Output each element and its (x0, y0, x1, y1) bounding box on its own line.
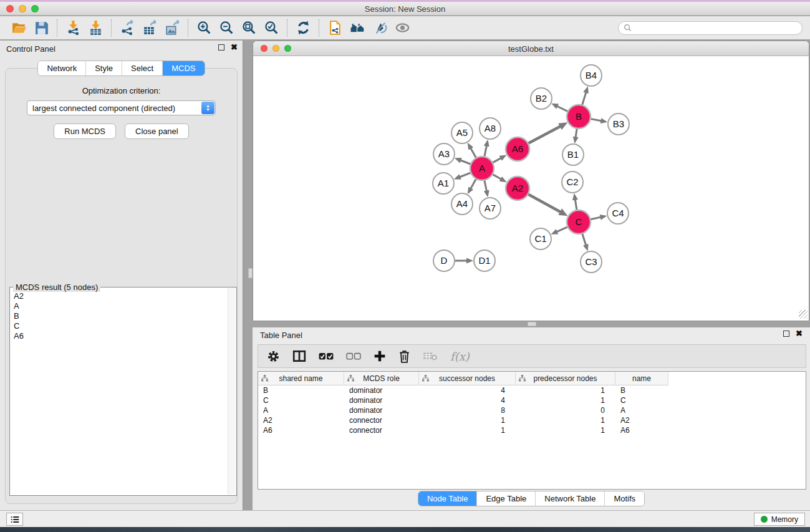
column-header-mcds-role[interactable]: MCDS role (344, 372, 419, 385)
unchecked-checkboxes-icon[interactable] (346, 352, 361, 360)
graph-node-A1[interactable]: A1 (433, 173, 454, 194)
zoom-fit-icon[interactable] (238, 19, 260, 37)
graph-node-C3[interactable]: C3 (581, 251, 602, 273)
graph-node-A4[interactable]: A4 (451, 193, 473, 215)
graph-node-B4[interactable]: B4 (581, 65, 602, 86)
graph-node-A6[interactable]: A6 (506, 137, 529, 161)
table-cell[interactable]: A6 (615, 425, 668, 435)
run-mcds-button[interactable]: Run MCDS (54, 123, 116, 139)
tab-select[interactable]: Select (122, 61, 162, 75)
close-table-panel-icon[interactable]: ✖ (796, 331, 803, 337)
table-cell[interactable]: B (615, 385, 668, 395)
memory-button[interactable]: Memory (754, 513, 805, 526)
table-cell[interactable]: A6 (258, 425, 344, 435)
table-cell[interactable]: connector (344, 425, 419, 435)
table-cell[interactable]: A (615, 405, 668, 415)
tab-network[interactable]: Network (38, 61, 85, 75)
graph-node-A7[interactable]: A7 (480, 198, 501, 219)
graph-node-D[interactable]: D (433, 250, 455, 271)
graph-node-C[interactable]: C (567, 210, 591, 234)
save-session-icon[interactable] (30, 19, 52, 37)
graph-node-B2[interactable]: B2 (531, 88, 552, 109)
export-image-icon[interactable] (161, 19, 183, 37)
table-cell[interactable]: C (615, 395, 668, 405)
network-canvas[interactable]: B4B2BB3A8A5A6B1A3AC2A1A2A4A7C4CC1DD1C3 (253, 56, 809, 320)
graph-node-B3[interactable]: B3 (608, 114, 629, 135)
tab-mcds[interactable]: MCDS (162, 61, 204, 75)
close-panel-button[interactable]: Close panel (125, 123, 189, 139)
import-network-icon[interactable] (62, 19, 84, 37)
table-cell[interactable]: 0 (516, 405, 615, 415)
apply-layout-icon[interactable] (292, 19, 314, 37)
table-row[interactable]: A2connector11A2 (258, 415, 806, 425)
tab-network-table[interactable]: Network Table (535, 491, 604, 506)
graph-node-A2[interactable]: A2 (506, 177, 529, 200)
graph-node-A3[interactable]: A3 (433, 143, 455, 165)
graph-node-B1[interactable]: B1 (562, 144, 584, 165)
search-input[interactable] (635, 24, 797, 32)
add-column-icon[interactable] (374, 350, 386, 362)
tab-motifs[interactable]: Motifs (604, 491, 644, 506)
column-header-shared-name[interactable]: shared name (258, 372, 344, 385)
mcds-result-list[interactable]: A2ABCA6 (10, 290, 227, 494)
table-cell[interactable]: connector (344, 415, 419, 425)
tab-style[interactable]: Style (85, 61, 122, 75)
column-header-predecessor-nodes[interactable]: predecessor nodes (516, 372, 615, 385)
table-cell[interactable]: A2 (258, 415, 344, 425)
graph-node-D1[interactable]: D1 (474, 250, 495, 271)
trash-icon[interactable] (398, 350, 410, 363)
split-divider-handle[interactable] (528, 322, 536, 326)
task-history-button[interactable] (6, 513, 23, 526)
table-cell[interactable]: 1 (419, 415, 516, 425)
function-builder-icon[interactable]: f(x) (450, 350, 470, 363)
table-cell[interactable]: B (258, 385, 344, 395)
table-row[interactable]: Bdominator41B (258, 385, 806, 395)
graph-edge-B-B4[interactable] (582, 92, 586, 107)
mcds-result-item[interactable]: A (14, 301, 223, 311)
new-network-from-selection-icon[interactable] (324, 19, 346, 37)
graph-node-A8[interactable]: A8 (480, 118, 501, 139)
result-scrollbar[interactable] (228, 288, 236, 495)
table-cell[interactable]: 1 (516, 425, 615, 435)
graph-node-A5[interactable]: A5 (451, 122, 473, 143)
export-table-icon[interactable] (138, 19, 161, 37)
open-file-icon[interactable] (7, 19, 30, 37)
column-header-successor-nodes[interactable]: successor nodes (419, 372, 516, 385)
table-cell[interactable]: 1 (419, 425, 516, 435)
table-cell[interactable]: 4 (419, 395, 516, 405)
graph-node-A[interactable]: A (470, 157, 494, 180)
graph-edge-C-C3[interactable] (582, 232, 586, 246)
homes-icon[interactable] (346, 19, 369, 37)
table-row[interactable]: Adominator80A (258, 405, 806, 415)
graph-node-C2[interactable]: C2 (562, 172, 583, 193)
float-panel-icon[interactable] (218, 44, 224, 51)
zoom-selected-icon[interactable] (260, 19, 282, 37)
table-cell[interactable]: C (258, 395, 344, 405)
tab-node-table[interactable]: Node Table (418, 491, 477, 506)
graph-node-C1[interactable]: C1 (530, 228, 551, 249)
table-cell[interactable]: A (258, 405, 344, 415)
float-table-panel-icon[interactable] (783, 331, 789, 337)
pen-slash-icon[interactable] (369, 19, 391, 37)
delete-table-icon[interactable] (423, 351, 438, 361)
mcds-result-item[interactable]: A6 (14, 331, 223, 341)
table-cell[interactable]: 4 (419, 385, 516, 395)
criterion-dropdown[interactable]: largest connected component (directed) ▲… (27, 100, 216, 115)
table-cell[interactable]: 1 (516, 385, 615, 395)
graph-edge-A2-C[interactable] (527, 193, 561, 212)
table-cell[interactable]: 1 (516, 395, 615, 405)
checked-checkboxes-icon[interactable] (319, 352, 334, 360)
table-cell[interactable]: dominator (344, 395, 419, 405)
search-field[interactable] (618, 21, 803, 35)
graph-node-C4[interactable]: C4 (607, 203, 629, 224)
gear-icon[interactable] (267, 350, 280, 363)
frame-resize-grip[interactable] (799, 310, 808, 319)
import-table-icon[interactable] (84, 19, 107, 37)
mcds-result-item[interactable]: A2 (14, 291, 223, 301)
table-cell[interactable]: 1 (516, 415, 615, 425)
split-columns-icon[interactable] (292, 350, 306, 362)
graph-node-B[interactable]: B (567, 105, 591, 128)
mcds-result-item[interactable]: C (14, 321, 223, 331)
graph-edge-A-A1[interactable] (459, 172, 472, 177)
close-panel-icon[interactable]: ✖ (231, 44, 238, 51)
